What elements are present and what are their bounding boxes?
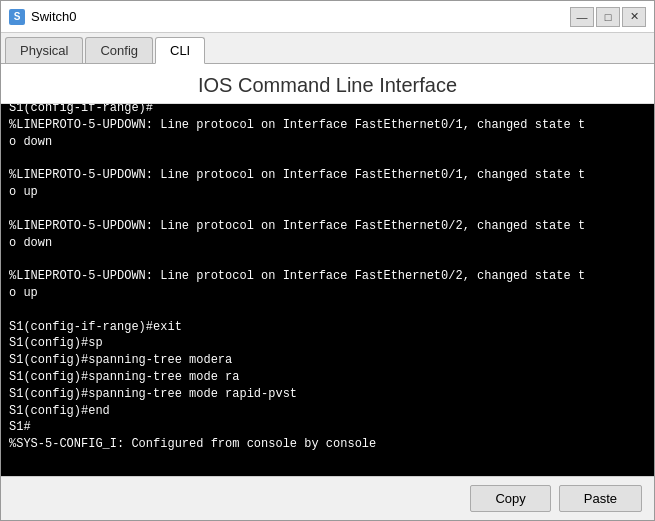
bottom-bar: Copy Paste xyxy=(1,476,654,520)
window-controls: — □ ✕ xyxy=(570,7,646,27)
paste-button[interactable]: Paste xyxy=(559,485,642,512)
window-title: Switch0 xyxy=(31,9,570,24)
tab-physical[interactable]: Physical xyxy=(5,37,83,63)
close-button[interactable]: ✕ xyxy=(622,7,646,27)
cli-container: S1(config)#int rang fa0/1-2 S1(config-if… xyxy=(1,104,654,476)
tab-bar: Physical Config CLI xyxy=(1,33,654,64)
minimize-button[interactable]: — xyxy=(570,7,594,27)
tab-cli[interactable]: CLI xyxy=(155,37,205,64)
copy-button[interactable]: Copy xyxy=(470,485,550,512)
cli-text: S1(config)#int rang fa0/1-2 S1(config-if… xyxy=(9,104,585,451)
app-icon: S xyxy=(9,9,25,25)
page-title: IOS Command Line Interface xyxy=(1,64,654,104)
cli-output[interactable]: S1(config)#int rang fa0/1-2 S1(config-if… xyxy=(1,104,654,476)
tab-config[interactable]: Config xyxy=(85,37,153,63)
title-bar: S Switch0 — □ ✕ xyxy=(1,1,654,33)
content-area: IOS Command Line Interface S1(config)#in… xyxy=(1,64,654,520)
maximize-button[interactable]: □ xyxy=(596,7,620,27)
window: S Switch0 — □ ✕ Physical Config CLI IOS … xyxy=(0,0,655,521)
